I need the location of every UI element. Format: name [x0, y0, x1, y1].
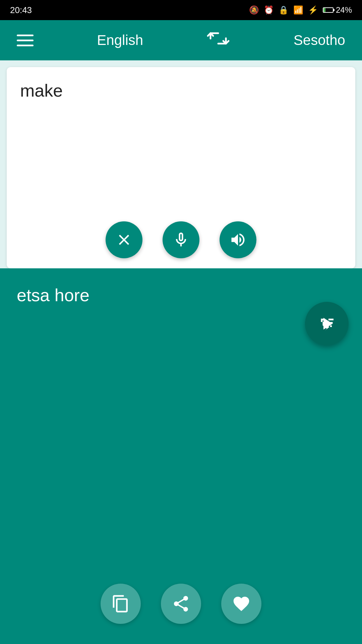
status-bar: 20:43 🔕 ⏰ 🔒 📶 ⚡ 24% — [0, 0, 362, 20]
main-content: make — [0, 60, 362, 644]
source-actions — [7, 221, 355, 258]
battery-percent: 24% — [336, 5, 352, 15]
target-text: etsa hore — [17, 285, 345, 305]
source-text[interactable]: make — [20, 81, 63, 100]
target-language-label[interactable]: Sesotho — [294, 32, 345, 48]
svg-rect-2 — [323, 8, 325, 12]
source-panel: make — [7, 67, 355, 268]
swap-languages-button[interactable] — [206, 29, 230, 51]
alarm-icon: ⏰ — [264, 5, 274, 15]
source-language-label[interactable]: English — [97, 32, 143, 48]
copy-button[interactable] — [101, 584, 141, 624]
mute-icon: 🔕 — [249, 5, 259, 15]
favorite-button[interactable] — [221, 584, 261, 624]
menu-button[interactable] — [17, 35, 34, 46]
charging-icon: ⚡ — [308, 5, 318, 15]
speaker-button[interactable] — [220, 221, 256, 258]
battery-display: 24% — [323, 5, 352, 15]
toolbar: English Sesotho — [0, 20, 362, 60]
status-icons: 🔕 ⏰ 🔒 📶 ⚡ 24% — [249, 5, 352, 15]
signal-icon: 📶 — [293, 5, 303, 15]
target-actions — [0, 584, 362, 624]
svg-rect-1 — [333, 9, 335, 11]
time-display: 20:43 — [10, 5, 32, 15]
sim-icon: 🔒 — [279, 5, 289, 15]
share-button[interactable] — [161, 584, 201, 624]
clear-button[interactable] — [106, 221, 142, 258]
mic-button[interactable] — [163, 221, 199, 258]
translate-button[interactable] — [305, 302, 349, 345]
